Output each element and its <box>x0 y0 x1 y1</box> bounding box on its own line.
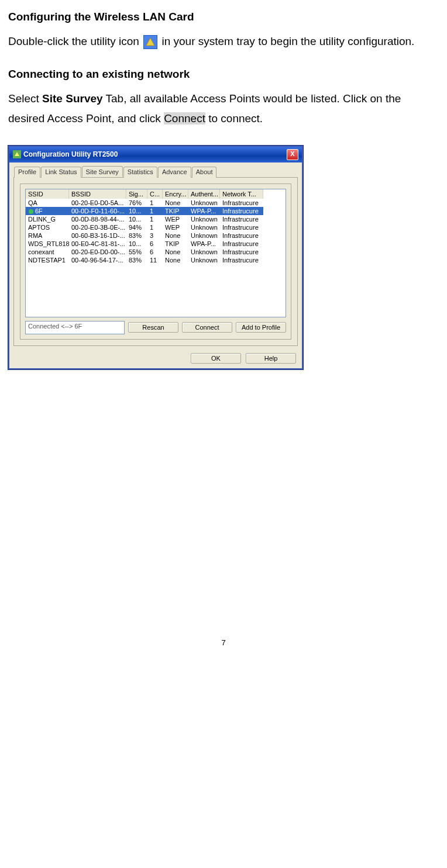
cell: WDS_RTL818... <box>26 240 69 248</box>
cell: 6F <box>26 207 69 215</box>
cell: 1 <box>147 223 163 231</box>
connect-button[interactable]: Connect <box>182 322 232 333</box>
cell: 00-E0-4C-81-81-... <box>69 240 126 248</box>
p2a: Select <box>8 92 42 105</box>
action-row: Connected <--> 6F Rescan Connect Add to … <box>25 321 286 334</box>
column-header[interactable]: Authent... <box>188 189 220 199</box>
tab-site-survey[interactable]: Site Survey <box>82 166 123 177</box>
site-survey-group: SSIDBSSIDSig...C...Encry...Authent...Net… <box>20 184 291 340</box>
cell: Infrastrucure <box>220 223 263 231</box>
ap-list-header: SSIDBSSIDSig...C...Encry...Authent...Net… <box>26 189 286 199</box>
cell: Unknown <box>188 215 220 223</box>
cell: 55% <box>126 248 147 256</box>
cell: Unknown <box>188 199 220 207</box>
cell: 00-0D-88-98-44-... <box>69 215 126 223</box>
window-title: Configuration Utility RT2500 <box>13 150 118 159</box>
column-header[interactable]: Network T... <box>220 189 263 199</box>
cell: 1 <box>147 215 163 223</box>
tab-profile[interactable]: Profile <box>14 167 40 178</box>
cell: WPA-P... <box>188 207 220 215</box>
cell: NDTESTAP1 <box>26 256 69 264</box>
site-survey-bold: Site Survey <box>42 92 103 105</box>
window-title-text: Configuration Utility RT2500 <box>23 150 118 158</box>
cell: 1 <box>147 199 163 207</box>
cell: 10... <box>126 207 147 215</box>
cell: 1 <box>147 207 163 215</box>
close-button[interactable]: X <box>287 149 298 160</box>
cell: None <box>163 256 188 264</box>
cell: 6 <box>147 248 163 256</box>
tab-link-status[interactable]: Link Status <box>41 167 81 178</box>
ap-row[interactable]: conexant00-20-E0-D0-00-...55%6NoneUnknow… <box>26 248 286 256</box>
cell: 94% <box>126 223 147 231</box>
cell: Infrastrucure <box>220 256 263 264</box>
tab-advance[interactable]: Advance <box>158 167 191 178</box>
cell: Infrastrucure <box>220 207 263 215</box>
connected-icon <box>28 209 34 215</box>
connect-highlight: Connect <box>164 112 205 125</box>
cell: Unknown <box>188 223 220 231</box>
ap-row[interactable]: APTOS00-20-E0-3B-0E-...94%1WEPUnknownInf… <box>26 223 286 231</box>
cell: DLINK_G <box>26 215 69 223</box>
ap-row[interactable]: 6F00-0D-F0-11-60-...10...1TKIPWPA-P...In… <box>26 207 286 215</box>
ok-button[interactable]: OK <box>191 353 241 364</box>
cell: 3 <box>147 231 163 240</box>
add-to-profile-button[interactable]: Add to Profile <box>236 322 286 333</box>
cell: 00-40-96-54-17-... <box>69 256 126 264</box>
ap-row[interactable]: DLINK_G00-0D-88-98-44-...10...1WEPUnknow… <box>26 215 286 223</box>
page-number: 7 <box>8 638 439 647</box>
cell: Infrastrucure <box>220 199 263 207</box>
paragraph-utility-icon: Double-click the utility icon in your sy… <box>8 32 439 51</box>
cell: Unknown <box>188 248 220 256</box>
cell: 6 <box>147 240 163 248</box>
dialog-buttons: OK Help <box>9 350 302 368</box>
cell: Unknown <box>188 256 220 264</box>
cell: 83% <box>126 256 147 264</box>
utility-tray-icon <box>143 35 157 49</box>
column-header[interactable]: C... <box>147 189 163 199</box>
tab-statistics[interactable]: Statistics <box>123 167 157 178</box>
ap-row[interactable]: QA00-20-E0-D0-5A...76%1NoneUnknownInfras… <box>26 199 286 207</box>
cell: WPA-P... <box>188 240 220 248</box>
cell: Infrastrucure <box>220 248 263 256</box>
cell: WEP <box>163 223 188 231</box>
cell: 76% <box>126 199 147 207</box>
cell: 00-20-E0-D0-00-... <box>69 248 126 256</box>
rescan-button[interactable]: Rescan <box>128 322 178 333</box>
cell: APTOS <box>26 223 69 231</box>
cell: 10... <box>126 240 147 248</box>
help-button[interactable]: Help <box>246 353 296 364</box>
cell: None <box>163 199 188 207</box>
titlebar: Configuration Utility RT2500 X <box>9 147 302 162</box>
cell: Unknown <box>188 231 220 240</box>
cell: None <box>163 248 188 256</box>
cell: None <box>163 231 188 240</box>
tab-about[interactable]: About <box>192 167 217 178</box>
cell: 00-60-B3-16-1D-... <box>69 231 126 240</box>
svg-point-3 <box>29 209 33 214</box>
p1a: Double-click the utility icon <box>8 35 142 47</box>
heading-connecting: Connecting to an existing network <box>8 68 439 81</box>
tab-pane: SSIDBSSIDSig...C...Encry...Authent...Net… <box>13 177 298 346</box>
cell: Infrastrucure <box>220 240 263 248</box>
config-utility-window: Configuration Utility RT2500 X ProfileLi… <box>8 146 303 369</box>
ap-row[interactable]: NDTESTAP100-40-96-54-17-...83%11NoneUnkn… <box>26 256 286 264</box>
cell: 11 <box>147 256 163 264</box>
cell: 00-20-E0-D0-5A... <box>69 199 126 207</box>
heading-configuring: Configuring the Wireless LAN Card <box>8 11 439 23</box>
paragraph-site-survey: Select Site Survey Tab, all available Ac… <box>8 89 439 129</box>
cell: Infrastrucure <box>220 231 263 240</box>
ap-list-empty-area <box>26 264 286 317</box>
cell: 83% <box>126 231 147 240</box>
cell: QA <box>26 199 69 207</box>
column-header[interactable]: BSSID <box>69 189 126 199</box>
connection-status: Connected <--> 6F <box>25 321 125 334</box>
ap-row[interactable]: RMA00-60-B3-16-1D-...83%3NoneUnknownInfr… <box>26 231 286 240</box>
ap-list[interactable]: SSIDBSSIDSig...C...Encry...Authent...Net… <box>25 189 286 317</box>
ap-list-body: QA00-20-E0-D0-5A...76%1NoneUnknownInfras… <box>26 199 286 264</box>
ap-row[interactable]: WDS_RTL818...00-E0-4C-81-81-...10...6TKI… <box>26 240 286 248</box>
column-header[interactable]: Encry... <box>163 189 188 199</box>
cell: conexant <box>26 248 69 256</box>
column-header[interactable]: SSID <box>26 189 69 199</box>
column-header[interactable]: Sig... <box>126 189 147 199</box>
